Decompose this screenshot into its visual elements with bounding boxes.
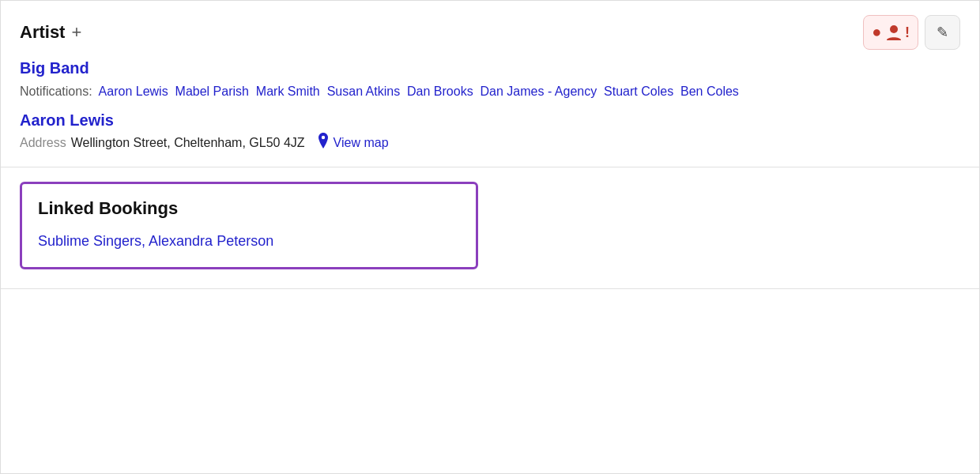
notif-ben-coles[interactable]: Ben Coles [677, 85, 739, 98]
artist-header: Artist + ● ! ✎ [20, 15, 960, 50]
notifications-line: Notifications: Aaron Lewis Mabel Parish … [20, 81, 960, 102]
action-buttons: ● ! ✎ [863, 15, 960, 50]
person-name[interactable]: Aaron Lewis [20, 111, 960, 130]
view-map-link[interactable]: View map [316, 133, 389, 152]
band-name[interactable]: Big Band [20, 59, 960, 77]
notifications-label: Notifications: [20, 85, 92, 98]
bottom-divider [1, 288, 979, 295]
map-pin-icon [316, 133, 330, 152]
edit-pencil-icon: ✎ [937, 24, 948, 41]
alert-button[interactable]: ● ! [863, 15, 918, 50]
notif-link-aaron-lewis[interactable]: Aaron Lewis [99, 85, 168, 98]
notif-link-dan-brooks[interactable]: Dan Brooks [407, 85, 473, 98]
notif-link-mark-smith[interactable]: Mark Smith [256, 85, 320, 98]
notif-susan-atkins[interactable]: Susan Atkins [323, 85, 400, 98]
address-label: Address [20, 136, 66, 150]
notif-link-ben-coles[interactable]: Ben Coles [680, 85, 739, 98]
notif-dan-james-agency[interactable]: Dan James - Agency [477, 85, 597, 98]
add-artist-button[interactable]: + [71, 24, 81, 41]
notif-mabel-parish[interactable]: Mabel Parish [172, 85, 249, 98]
artist-title: Artist [20, 22, 65, 43]
notif-link-dan-james-agency[interactable]: Dan James - Agency [481, 85, 597, 98]
notif-mark-smith[interactable]: Mark Smith [252, 85, 319, 98]
artist-section: Artist + ● ! ✎ [1, 1, 979, 167]
notif-aaron-lewis[interactable]: Aaron Lewis [96, 85, 168, 98]
address-text: Wellington Street, Cheltenham, GL50 4JZ [71, 136, 305, 150]
linked-bookings-box: Linked Bookings Sublime Singers, Alexand… [20, 182, 478, 269]
notif-dan-brooks[interactable]: Dan Brooks [404, 85, 473, 98]
person-alert-icon: ● [872, 23, 902, 42]
notif-stuart-coles[interactable]: Stuart Coles [601, 85, 674, 98]
linked-bookings-title: Linked Bookings [38, 198, 460, 219]
notif-link-stuart-coles[interactable]: Stuart Coles [604, 85, 673, 98]
view-map-label: View map [334, 136, 389, 150]
artist-title-row: Artist + [20, 22, 81, 43]
edit-button[interactable]: ✎ [925, 15, 960, 50]
svg-point-0 [890, 25, 898, 33]
linked-bookings-section: Linked Bookings Sublime Singers, Alexand… [1, 167, 979, 288]
linked-booking-link[interactable]: Sublime Singers, Alexandra Peterson [38, 233, 273, 249]
notif-link-susan-atkins[interactable]: Susan Atkins [327, 85, 401, 98]
svg-point-1 [321, 136, 324, 139]
exclamation-icon: ! [905, 24, 910, 41]
notif-link-mabel-parish[interactable]: Mabel Parish [175, 85, 249, 98]
address-line: Address Wellington Street, Cheltenham, G… [20, 133, 960, 152]
